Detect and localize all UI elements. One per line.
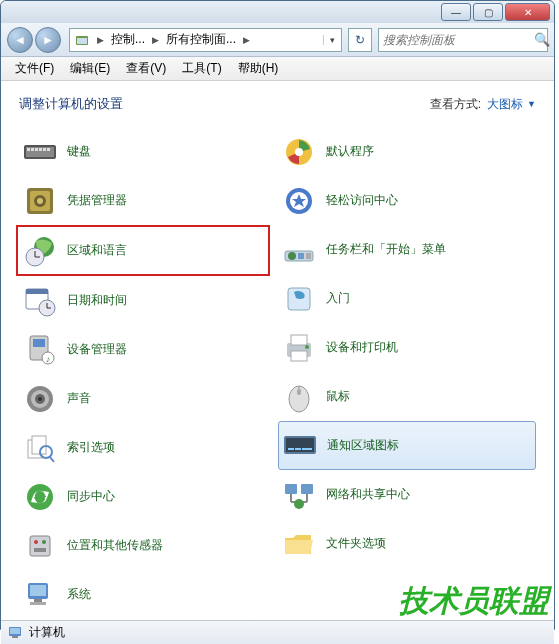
network-icon xyxy=(282,478,316,512)
item-getting-started[interactable]: 入门 xyxy=(278,274,537,323)
page-title: 调整计算机的设置 xyxy=(19,95,123,113)
taskbar-label: 计算机 xyxy=(29,624,65,641)
breadcrumb-2[interactable]: 所有控制面... xyxy=(162,29,240,51)
item-ease-of-access[interactable]: 轻松访问中心 xyxy=(278,176,537,225)
svg-rect-62 xyxy=(288,448,294,450)
item-label: 设备和打印机 xyxy=(326,339,398,356)
item-device-manager[interactable]: ♪ 设备管理器 xyxy=(19,325,278,374)
search-input[interactable] xyxy=(383,33,534,47)
item-label: 设备管理器 xyxy=(67,341,127,358)
item-keyboard[interactable]: 键盘 xyxy=(19,127,278,176)
refresh-button[interactable]: ↻ xyxy=(348,28,372,52)
item-devices-printers[interactable]: 设备和打印机 xyxy=(278,323,537,372)
item-label: 默认程序 xyxy=(326,143,374,160)
svg-rect-50 xyxy=(298,253,304,259)
item-label: 位置和其他传感器 xyxy=(67,537,163,554)
item-default-programs[interactable]: 默认程序 xyxy=(278,127,537,176)
safe-icon xyxy=(23,184,57,218)
calendar-clock-icon xyxy=(23,284,57,318)
item-credentials[interactable]: 凭据管理器 xyxy=(19,176,278,225)
device-icon: ♪ xyxy=(23,333,57,367)
item-mouse[interactable]: 鼠标 xyxy=(278,372,537,421)
item-system[interactable]: 系统 xyxy=(19,570,278,619)
highlight-box: 区域和语言 xyxy=(16,225,270,276)
header-row: 调整计算机的设置 查看方式: 大图标 ▼ xyxy=(19,95,536,113)
svg-point-35 xyxy=(27,484,53,510)
svg-rect-1 xyxy=(77,38,87,44)
menu-file[interactable]: 文件(F) xyxy=(7,60,62,77)
svg-point-56 xyxy=(305,345,309,349)
keyboard-icon xyxy=(23,135,57,169)
item-label: 声音 xyxy=(67,390,91,407)
programs-icon xyxy=(282,135,316,169)
navbar: ◄ ► ▶ 控制... ▶ 所有控制面... ▶ ▾ ↻ 🔍 xyxy=(1,23,554,57)
item-region-language[interactable]: 区域和语言 xyxy=(19,228,267,273)
address-dropdown[interactable]: ▾ xyxy=(323,35,341,45)
item-network-sharing[interactable]: 网络和共享中心 xyxy=(278,470,537,519)
item-label: 入门 xyxy=(326,290,350,307)
close-button[interactable]: ✕ xyxy=(505,3,550,21)
item-label: 键盘 xyxy=(67,143,91,160)
search-box[interactable]: 🔍 xyxy=(378,28,548,52)
item-sound[interactable]: 声音 xyxy=(19,374,278,423)
taskbar[interactable]: 计算机 xyxy=(1,620,554,644)
svg-rect-36 xyxy=(30,536,50,556)
breadcrumb-sep: ▶ xyxy=(149,35,162,45)
maximize-button[interactable]: ▢ xyxy=(473,3,503,21)
item-label: 鼠标 xyxy=(326,388,350,405)
view-label: 查看方式: xyxy=(430,96,481,113)
svg-rect-4 xyxy=(27,148,30,151)
svg-point-13 xyxy=(37,198,43,204)
view-dropdown-icon[interactable]: ▼ xyxy=(527,99,536,109)
forward-button[interactable]: ► xyxy=(35,27,61,53)
left-column: 键盘 凭据管理器 区域和语言 日期和时间 ♪ xyxy=(19,127,278,619)
menu-help[interactable]: 帮助(H) xyxy=(230,60,287,77)
item-location-sensors[interactable]: 位置和其他传感器 xyxy=(19,521,278,570)
titlebar: — ▢ ✕ xyxy=(1,1,554,23)
svg-rect-73 xyxy=(12,636,18,638)
folder-icon xyxy=(282,527,316,561)
item-folder-options[interactable]: 文件夹选项 xyxy=(278,519,537,568)
svg-rect-32 xyxy=(32,436,46,454)
taskbar-icon xyxy=(282,233,316,267)
sensor-icon xyxy=(23,529,57,563)
address-bar[interactable]: ▶ 控制... ▶ 所有控制面... ▶ ▾ xyxy=(69,28,342,52)
view-mode-link[interactable]: 大图标 xyxy=(487,96,523,113)
breadcrumb-icon xyxy=(70,29,94,51)
item-label: 索引选项 xyxy=(67,439,115,456)
menu-tools[interactable]: 工具(T) xyxy=(174,60,229,77)
content-area: 调整计算机的设置 查看方式: 大图标 ▼ 键盘 凭据管理器 xyxy=(1,81,554,629)
svg-rect-8 xyxy=(43,148,46,151)
computer-icon xyxy=(7,625,23,641)
svg-point-37 xyxy=(34,540,38,544)
right-column: 默认程序 轻松访问中心 任务栏和「开始」菜单 入门 设备和打印机 xyxy=(278,127,537,619)
svg-rect-6 xyxy=(35,148,38,151)
item-date-time[interactable]: 日期和时间 xyxy=(19,276,278,325)
item-label: 轻松访问中心 xyxy=(326,192,398,209)
globe-clock-icon xyxy=(23,234,57,268)
svg-rect-54 xyxy=(291,335,307,345)
search-icon[interactable]: 🔍 xyxy=(534,32,550,47)
svg-rect-43 xyxy=(30,602,46,605)
item-taskbar-start[interactable]: 任务栏和「开始」菜单 xyxy=(278,225,537,274)
svg-rect-65 xyxy=(285,484,297,494)
item-label: 文件夹选项 xyxy=(326,535,386,552)
item-label: 任务栏和「开始」菜单 xyxy=(326,241,446,258)
items-grid: 键盘 凭据管理器 区域和语言 日期和时间 ♪ xyxy=(19,127,536,619)
view-mode: 查看方式: 大图标 ▼ xyxy=(430,96,536,113)
item-notification-icons[interactable]: 通知区域图标 xyxy=(278,421,537,470)
menu-edit[interactable]: 编辑(E) xyxy=(62,60,118,77)
svg-rect-19 xyxy=(26,289,48,294)
menu-view[interactable]: 查看(V) xyxy=(118,60,174,77)
item-indexing[interactable]: 索引选项 xyxy=(19,423,278,472)
back-button[interactable]: ◄ xyxy=(7,27,33,53)
tray-icon xyxy=(283,429,317,463)
item-sync-center[interactable]: 同步中心 xyxy=(19,472,278,521)
svg-rect-41 xyxy=(30,585,46,596)
search-docs-icon xyxy=(23,431,57,465)
minimize-button[interactable]: — xyxy=(441,3,471,21)
svg-rect-24 xyxy=(33,339,45,347)
item-label: 日期和时间 xyxy=(67,292,127,309)
svg-rect-64 xyxy=(302,448,312,450)
breadcrumb-1[interactable]: 控制... xyxy=(107,29,149,51)
